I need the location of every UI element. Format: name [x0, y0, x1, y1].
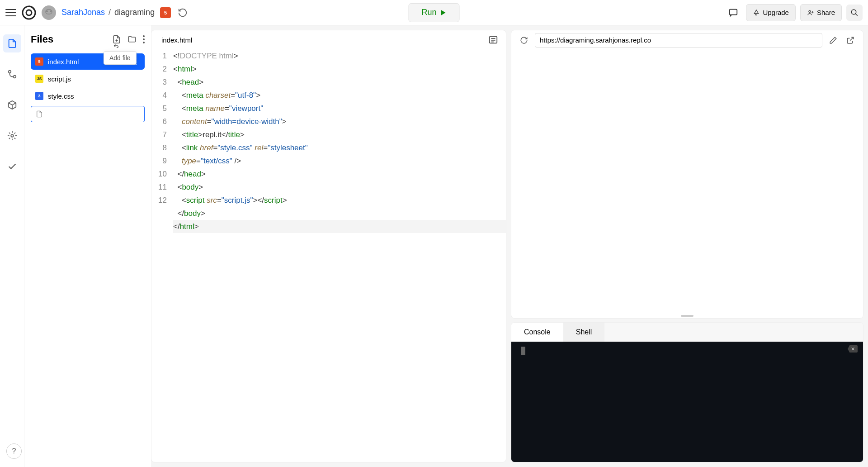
run-button[interactable]: Run	[408, 3, 459, 22]
svg-point-2	[46, 10, 48, 12]
svg-point-10	[851, 10, 856, 14]
preview-url-input[interactable]	[535, 33, 822, 48]
tab-console[interactable]: Console	[511, 323, 563, 342]
svg-point-12	[8, 71, 11, 73]
file-item[interactable]: 3style.css	[31, 88, 145, 104]
console-clear-icon[interactable]: ✕	[848, 345, 858, 353]
language-badge-html5: 5	[160, 7, 171, 18]
nav-files-icon[interactable]	[3, 34, 21, 52]
files-more-icon[interactable]	[143, 35, 145, 43]
nav-check-icon[interactable]	[3, 157, 21, 176]
nav-settings-icon[interactable]	[3, 127, 21, 145]
share-button[interactable]: Share	[800, 4, 842, 21]
file-name: style.css	[48, 92, 74, 100]
css-file-icon: 3	[35, 92, 43, 100]
svg-point-1	[26, 10, 32, 15]
edit-icon[interactable]	[827, 34, 840, 47]
search-icon[interactable]	[846, 5, 863, 21]
replit-logo[interactable]	[22, 5, 36, 20]
files-title: Files	[31, 33, 112, 45]
console-cursor	[521, 347, 525, 355]
html-file-icon: 5	[35, 57, 43, 66]
svg-marker-5	[441, 10, 446, 15]
nav-version-icon[interactable]	[3, 65, 21, 83]
svg-point-17	[143, 35, 145, 37]
new-file-input-wrap	[31, 106, 145, 122]
nav-packages-icon[interactable]	[3, 96, 21, 114]
file-icon	[36, 110, 43, 118]
svg-point-19	[143, 42, 145, 43]
refresh-icon[interactable]	[518, 34, 530, 47]
add-folder-icon[interactable]	[127, 35, 137, 44]
preview-area[interactable]	[511, 50, 863, 314]
chat-icon[interactable]	[725, 5, 741, 21]
svg-point-14	[11, 134, 14, 137]
resize-handle-icon[interactable]	[511, 314, 863, 318]
add-file-icon[interactable]: Add file	[112, 35, 121, 44]
editor-tab[interactable]: index.html	[151, 30, 202, 49]
upgrade-button[interactable]: Upgrade	[746, 4, 796, 21]
tab-shell[interactable]: Shell	[563, 323, 605, 342]
svg-rect-6	[730, 9, 737, 14]
svg-point-18	[143, 38, 145, 40]
history-icon[interactable]	[176, 6, 189, 19]
open-external-icon[interactable]	[844, 34, 857, 47]
js-file-icon: JS	[35, 75, 43, 83]
svg-point-3	[50, 10, 52, 12]
add-file-tooltip: Add file	[104, 51, 137, 65]
file-item[interactable]: JSscript.js	[31, 71, 145, 87]
menu-icon[interactable]	[5, 7, 16, 18]
svg-line-11	[855, 14, 858, 16]
file-name: index.html	[48, 58, 79, 66]
new-file-input[interactable]	[47, 110, 140, 118]
code-editor[interactable]: 123456789101112 <!DOCTYPE html><html> <h…	[151, 49, 506, 462]
help-button[interactable]: ?	[6, 443, 22, 459]
breadcrumb-repo[interactable]: diagraming	[114, 8, 155, 17]
svg-point-13	[13, 76, 16, 78]
breadcrumb-user[interactable]: SarahJonas	[61, 8, 105, 17]
console-area[interactable]: ✕	[511, 342, 863, 462]
breadcrumb: SarahJonas / diagraming	[61, 8, 155, 17]
avatar[interactable]	[42, 5, 56, 20]
svg-point-7	[809, 10, 811, 12]
file-name: script.js	[48, 75, 71, 83]
markdown-preview-icon[interactable]	[487, 33, 500, 46]
